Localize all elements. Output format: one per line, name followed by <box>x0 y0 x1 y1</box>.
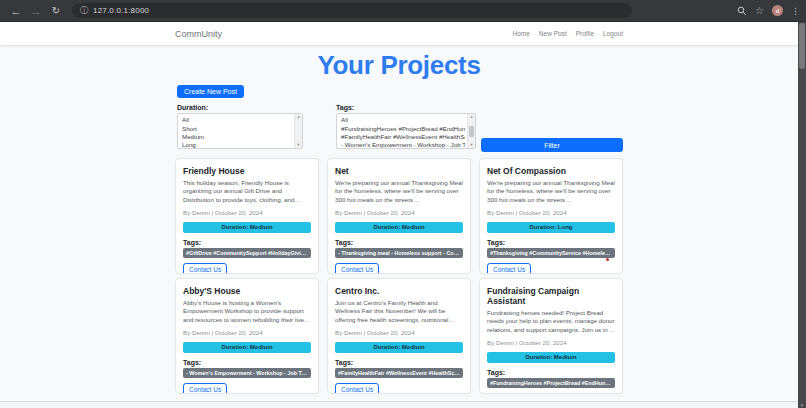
nav-link-home[interactable]: Home <box>513 30 530 37</box>
filter-button[interactable]: Filter <box>481 138 623 152</box>
card-meta: By Denim | October 20, 2024 <box>335 209 463 216</box>
card-meta: By Denim | October 20, 2024 <box>183 329 311 336</box>
listbox-scrollbar[interactable]: ▲▼ <box>467 114 475 148</box>
card-description: Abby's House is hosting a Women's Empowe… <box>183 299 311 324</box>
card-tags-label: Tags: <box>335 359 463 366</box>
nav-link-logout[interactable]: Logout <box>603 30 623 37</box>
card-title: Fundraising Campaign Assistant <box>487 286 615 306</box>
project-card: Centro Inc. Join us at Centro's Family H… <box>327 278 471 394</box>
nav-links: Home New Post Profile Logout <box>513 30 624 37</box>
card-title: Friendly House <box>183 166 311 176</box>
contact-us-button[interactable]: Contact Us <box>487 393 531 394</box>
site-navbar: CommUnity Home New Post Profile Logout <box>0 22 798 45</box>
duration-badge: Duration: Medium <box>487 352 615 363</box>
browser-menu-icon[interactable]: ⋮ <box>791 6 800 16</box>
card-meta: By Denim | October 20, 2024 <box>487 209 615 216</box>
reload-icon[interactable]: ↻ <box>46 0 66 22</box>
project-card: Net We're preparing our annual Thanksgiv… <box>327 158 471 274</box>
card-tags-label: Tags: <box>335 239 463 246</box>
card-description: Join us at Centro's Family Health and We… <box>335 299 463 324</box>
create-new-post-button[interactable]: Create New Post <box>177 85 244 98</box>
tags-listbox[interactable]: All #FundraisingHeroes #ProjectBread #En… <box>336 113 476 149</box>
duration-badge: Duration: Medium <box>335 222 463 233</box>
card-title: Net <box>335 166 463 176</box>
project-card: Abby'S House Abby's House is hosting a W… <box>175 278 319 394</box>
browser-avatar[interactable]: d <box>772 5 783 16</box>
card-tags-label: Tags: <box>183 239 311 246</box>
card-description: We're preparing our annual Thanksgiving … <box>335 179 463 204</box>
brand-logo[interactable]: CommUnity <box>175 29 222 39</box>
card-description: We're preparing our annual Thanksgiving … <box>487 179 615 204</box>
listbox-scrollbar[interactable]: ▲▼ <box>294 114 302 148</box>
page-scrollbar[interactable]: ▾ <box>798 22 806 408</box>
tags-badge: #FundraisingHeroes #ProjectBread #EndHun… <box>487 378 615 388</box>
tags-option[interactable]: All <box>341 116 465 124</box>
card-tags-label: Tags: <box>183 359 311 366</box>
tags-label: Tags: <box>336 104 476 111</box>
nav-link-new-post[interactable]: New Post <box>539 30 567 37</box>
duration-badge: Duration: Long <box>487 222 615 233</box>
tags-badge: #FamilyHealthFair #WellnessEvent #Health… <box>335 368 463 378</box>
card-meta: By Denim | October 20, 2024 <box>335 329 463 336</box>
filter-controls: Duration: All Short Medium Long ▲▼ Tags:… <box>175 104 623 149</box>
project-card: Friendly House This holiday season, Frie… <box>175 158 319 274</box>
page-title: Your Projects <box>175 52 623 79</box>
tags-badge: #GiftDrive #CommunitySupport #HolidayGiv… <box>183 248 311 258</box>
back-icon[interactable]: ← <box>6 0 26 22</box>
nav-link-profile[interactable]: Profile <box>576 30 594 37</box>
project-card: Net Of Compassion We're preparing our an… <box>479 158 623 274</box>
card-tags-label: Tags: <box>487 369 615 376</box>
duration-option[interactable]: Short <box>182 125 292 133</box>
page-viewport: CommUnity Home New Post Profile Logout Y… <box>0 22 798 408</box>
duration-label: Duration: <box>177 104 303 111</box>
duration-option[interactable]: Long <box>182 141 292 149</box>
browser-toolbar: ← → ↻ ⓘ 127.0.0.1:8000 ☆ d ⋮ <box>0 0 806 22</box>
contact-us-button[interactable]: Contact Us <box>183 263 227 274</box>
forward-icon[interactable]: → <box>26 0 46 22</box>
scrollbar-down-icon[interactable]: ▾ <box>798 402 806 408</box>
card-tags-label: Tags: <box>487 239 615 246</box>
tags-badge: #Thanksgiving #CommunityService #Homeles… <box>487 248 615 258</box>
card-title: Abby'S House <box>183 286 311 296</box>
tags-option[interactable]: - Women's Empowerment - Workshop - Job T… <box>341 141 465 149</box>
duration-badge: Duration: Medium <box>335 342 463 353</box>
url-text: 127.0.0.1:8000 <box>93 6 149 15</box>
duration-option[interactable]: All <box>182 116 292 124</box>
tags-badge: - Thanksgiving meal - Homeless support -… <box>335 248 463 258</box>
card-description: Fundraising heroes needed! Project Bread… <box>487 309 615 334</box>
card-meta: By Denim | October 20, 2024 <box>487 339 615 346</box>
scrollbar-thumb[interactable] <box>799 23 805 69</box>
duration-option[interactable]: Medium <box>182 133 292 141</box>
site-info-icon[interactable]: ⓘ <box>80 5 88 16</box>
card-title: Net Of Compassion <box>487 166 615 176</box>
duration-badge: Duration: Medium <box>183 342 311 353</box>
contact-us-button[interactable]: Contact Us <box>335 263 379 274</box>
tags-badge: - Women's Empowerment - Workshop - Job T… <box>183 368 311 378</box>
contact-us-button[interactable]: Contact Us <box>487 263 531 274</box>
bookmark-star-icon[interactable]: ☆ <box>755 5 764 16</box>
page-footer <box>0 401 798 408</box>
tags-option[interactable]: #FamilyHealthFair #WellnessEvent #Health… <box>341 133 465 141</box>
duration-badge: Duration: Medium <box>183 222 311 233</box>
duration-listbox[interactable]: All Short Medium Long ▲▼ <box>177 113 303 149</box>
zoom-icon[interactable] <box>737 6 747 16</box>
project-cards-grid: Friendly House This holiday season, Frie… <box>175 158 623 394</box>
address-bar[interactable]: ⓘ 127.0.0.1:8000 <box>72 3 632 18</box>
card-title: Centro Inc. <box>335 286 463 296</box>
cursor-artifact <box>606 258 609 261</box>
card-description: This holiday season, Friendly House is o… <box>183 179 311 204</box>
contact-us-button[interactable]: Contact Us <box>183 383 227 394</box>
card-meta: By Denim | October 20, 2024 <box>183 209 311 216</box>
contact-us-button[interactable]: Contact Us <box>335 383 379 394</box>
project-card: Fundraising Campaign Assistant Fundraisi… <box>479 278 623 394</box>
tags-option[interactable]: #FundraisingHeroes #ProjectBread #EndHun… <box>341 125 465 133</box>
